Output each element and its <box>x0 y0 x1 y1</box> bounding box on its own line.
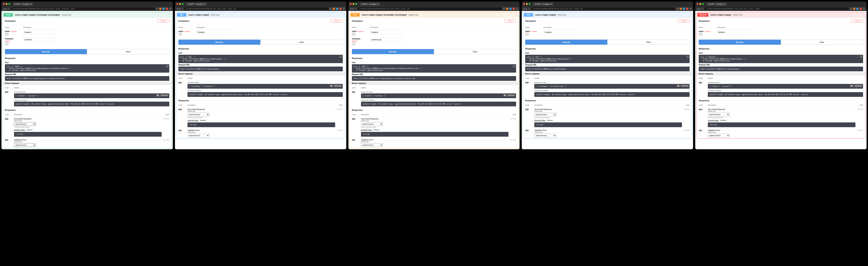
copy-icon[interactable]: 📋 <box>156 94 160 97</box>
media-type-select[interactable]: application/json <box>534 134 556 137</box>
browser-tab[interactable]: FastAPI - Swagger UI <box>707 2 727 6</box>
browser-tab[interactable]: FastAPI - Swagger UI <box>13 2 33 6</box>
browser-tab[interactable]: FastAPI - Swagger UI <box>360 2 380 6</box>
extension-icon[interactable] <box>162 8 165 10</box>
reload-icon[interactable]: ⟳ <box>702 8 704 10</box>
copy-icon[interactable] <box>166 65 168 68</box>
forward-icon[interactable]: ▶ <box>5 8 7 10</box>
extension-icon[interactable] <box>863 8 865 10</box>
download-button[interactable]: Download <box>334 85 342 87</box>
media-type-select[interactable]: application/json <box>534 113 556 116</box>
maximize-icon[interactable] <box>702 3 704 5</box>
extension-icon[interactable] <box>339 8 342 10</box>
extension-icon[interactable] <box>853 8 855 10</box>
operation-header[interactable]: PUT/users/name/{name}/nickname/{nickname… <box>350 12 519 18</box>
copy-icon[interactable]: 📋 <box>503 94 507 97</box>
forward-icon[interactable]: ▶ <box>352 8 354 10</box>
extension-icon[interactable] <box>516 8 518 10</box>
download-button[interactable]: Download <box>854 85 862 87</box>
example-tab[interactable]: Example Value <box>187 119 198 121</box>
extension-icon[interactable] <box>680 8 682 10</box>
example-tab[interactable]: Example Value <box>14 129 25 131</box>
clear-button[interactable]: Clear <box>781 39 863 45</box>
extension-icon[interactable] <box>676 8 679 10</box>
maximize-icon[interactable] <box>182 3 184 5</box>
param-input[interactable] <box>196 30 229 34</box>
extension-icon[interactable] <box>503 8 505 10</box>
example-tab[interactable]: Example Value <box>534 119 545 121</box>
media-type-select[interactable]: application/json <box>361 122 383 126</box>
extension-icon[interactable] <box>166 8 168 10</box>
back-icon[interactable]: ◀ <box>350 8 351 10</box>
execute-button[interactable]: Execute <box>699 39 781 45</box>
execute-button[interactable]: Execute <box>352 49 434 54</box>
extension-icon[interactable] <box>169 8 171 10</box>
media-type-select[interactable]: application/json <box>708 134 730 137</box>
extension-icon[interactable] <box>509 8 512 10</box>
maximize-icon[interactable] <box>8 3 10 5</box>
extension-icon[interactable] <box>850 8 852 10</box>
address-input[interactable]: ⊘ localhost:8000/docs#/default/read_user… <box>184 7 329 10</box>
minimize-icon[interactable] <box>700 3 701 5</box>
operation-header[interactable]: POST/users/name/{name}/nickname/{nicknam… <box>3 12 172 18</box>
media-type-select[interactable]: application/json <box>361 143 383 147</box>
close-icon[interactable] <box>177 3 178 5</box>
chevron-up-icon[interactable]: ⌃ <box>343 14 344 16</box>
schema-tab[interactable]: Schema <box>373 129 379 131</box>
back-icon[interactable]: ◀ <box>523 8 525 10</box>
chevron-up-icon[interactable]: ⌃ <box>863 14 864 16</box>
param-input[interactable] <box>544 30 576 34</box>
param-input[interactable] <box>23 38 56 42</box>
media-type-select[interactable]: application/json <box>187 113 209 116</box>
copy-icon[interactable]: 📋 <box>330 85 333 87</box>
clear-button[interactable]: Clear <box>260 39 343 45</box>
copy-icon[interactable] <box>686 55 689 58</box>
extension-icon[interactable] <box>343 8 345 10</box>
chevron-up-icon[interactable]: ⌃ <box>169 14 170 16</box>
example-tab[interactable]: Example Value <box>708 119 719 121</box>
clear-button[interactable]: Clear <box>87 49 169 54</box>
execute-button[interactable]: Execute <box>525 39 607 45</box>
example-tab[interactable]: Example Value <box>361 129 372 131</box>
download-button[interactable]: Download <box>507 94 516 97</box>
extension-icon[interactable] <box>856 8 859 10</box>
address-input[interactable]: ⊘ localhost:8000/docs#/default/create_us… <box>11 7 155 10</box>
browser-tab[interactable]: FastAPI - Swagger UI <box>533 2 554 6</box>
address-input[interactable]: ⊘ localhost:8000/docs#/default/read_user… <box>531 7 675 10</box>
chevron-up-icon[interactable]: ⌃ <box>689 14 691 16</box>
forward-icon[interactable]: ▶ <box>699 8 701 10</box>
extension-icon[interactable] <box>330 8 332 10</box>
media-type-select[interactable]: application/json <box>14 143 36 147</box>
param-input[interactable] <box>23 30 56 34</box>
extension-icon[interactable] <box>156 8 158 10</box>
extension-icon[interactable] <box>689 8 691 10</box>
close-icon[interactable] <box>3 3 5 5</box>
browser-tab[interactable]: FastAPI - Swagger UI <box>186 2 207 6</box>
cancel-button[interactable]: Cancel <box>157 19 169 23</box>
reload-icon[interactable]: ⟳ <box>182 8 183 10</box>
address-input[interactable]: ⊘ localhost:8000/docs#/default/delete_us… <box>705 7 849 10</box>
cancel-button[interactable]: Cancel <box>678 19 690 23</box>
copy-icon[interactable] <box>860 55 862 58</box>
operation-header[interactable]: GET/users/name/{name}Read User⌃ <box>176 12 345 18</box>
extension-icon[interactable] <box>506 8 508 10</box>
copy-icon[interactable]: 📋 <box>677 85 680 87</box>
media-type-select[interactable]: application/json <box>14 122 36 126</box>
extension-icon[interactable] <box>513 8 515 10</box>
download-button[interactable]: Download <box>681 85 689 87</box>
copy-icon[interactable] <box>340 55 342 58</box>
operation-header[interactable]: DELETE/users/name/{name}Delete User⌃ <box>696 12 865 18</box>
cancel-button[interactable]: Cancel <box>331 19 343 23</box>
schema-tab[interactable]: Schema <box>547 119 553 121</box>
cancel-button[interactable]: Cancel <box>851 19 863 23</box>
download-button[interactable]: Download <box>160 94 168 97</box>
schema-tab[interactable]: Schema <box>720 119 726 121</box>
media-type-select[interactable]: application/json <box>187 134 209 137</box>
chevron-up-icon[interactable]: ⌃ <box>516 14 517 16</box>
param-input[interactable] <box>370 30 403 34</box>
close-icon[interactable] <box>350 3 352 5</box>
execute-button[interactable]: Execute <box>178 39 260 45</box>
param-input[interactable] <box>370 38 403 42</box>
copy-icon[interactable]: 📋 <box>850 85 854 87</box>
minimize-icon[interactable] <box>179 3 181 5</box>
